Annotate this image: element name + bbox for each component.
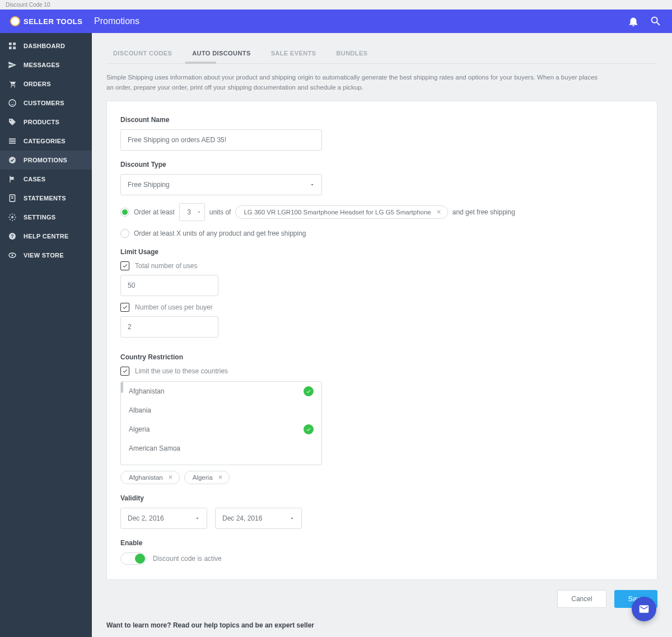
country-chip[interactable]: Afghanistan xyxy=(120,471,180,484)
discount-type-label: Discount Type xyxy=(120,161,643,168)
country-item[interactable]: American Samoa xyxy=(121,439,321,458)
svg-point-8 xyxy=(13,102,13,102)
search-icon[interactable] xyxy=(650,15,662,27)
country-limit-label: Limit the use to these countries xyxy=(135,367,228,375)
country-listbox[interactable]: AfghanistanAlbaniaAlgeriaAmerican SamoaA… xyxy=(120,381,322,465)
chevron-down-icon xyxy=(197,209,202,214)
country-item[interactable]: Afghanistan xyxy=(121,382,321,401)
product-chip[interactable]: LG 360 VR LGR100 Smartphone Headset for … xyxy=(235,205,447,219)
validity-to-select[interactable] xyxy=(215,508,302,529)
sidebar-item-label: STATEMENTS xyxy=(24,195,66,202)
sidebar-item-label: DASHBOARD xyxy=(24,43,65,49)
eye-icon xyxy=(8,251,17,260)
app-name: SELLER TOOLS xyxy=(24,17,82,26)
sidebar-item-label: CASES xyxy=(24,176,45,182)
validity-from-select[interactable] xyxy=(120,508,207,529)
sidebar-item-dashboard[interactable]: DASHBOARD xyxy=(0,36,92,55)
sidebar-item-messages[interactable]: MESSAGES xyxy=(0,55,92,74)
close-icon[interactable] xyxy=(167,474,174,480)
svg-point-7 xyxy=(11,102,11,102)
radio-dot-selected[interactable] xyxy=(120,208,129,217)
sidebar-item-categories[interactable]: CATEGORIES xyxy=(0,132,92,151)
discount-type-select[interactable] xyxy=(120,174,322,195)
country-limit-checkbox[interactable] xyxy=(120,367,129,376)
check-icon xyxy=(304,424,314,434)
logo[interactable]: SELLER TOOLS xyxy=(10,16,94,26)
sidebar-item-label: ORDERS xyxy=(24,81,51,87)
help-icon: ? xyxy=(8,232,17,241)
sidebar-item-products[interactable]: PRODUCTS xyxy=(0,113,92,132)
sidebar-item-statements[interactable]: STATEMENTS xyxy=(0,189,92,208)
sidebar-item-customers[interactable]: CUSTOMERS xyxy=(0,93,92,113)
svg-point-6 xyxy=(9,100,16,106)
help-fab[interactable] xyxy=(632,597,656,621)
sidebar-item-label: MESSAGES xyxy=(24,62,60,68)
sidebar-item-promotions[interactable]: PROMOTIONS xyxy=(0,151,92,170)
form-actions: Cancel Save xyxy=(106,590,657,608)
radio-dot[interactable] xyxy=(120,229,129,238)
sidebar-item-view-store[interactable]: VIEW STORE xyxy=(0,246,92,265)
total-uses-checkbox[interactable] xyxy=(120,261,129,270)
svg-rect-0 xyxy=(9,43,12,45)
country-item[interactable]: Albania xyxy=(121,401,321,420)
dashboard-icon xyxy=(8,41,17,50)
sidebar-item-label: VIEW STORE xyxy=(24,252,64,259)
sidebar-item-orders[interactable]: ORDERS xyxy=(0,74,92,93)
per-buyer-label: Number of uses per buyer xyxy=(135,303,213,311)
radio-specific-product[interactable]: Order at least units of LG 360 VR LGR100… xyxy=(120,203,643,221)
cancel-button[interactable]: Cancel xyxy=(557,590,606,608)
page-description: Simple Shipping uses information about y… xyxy=(106,73,605,93)
limit-usage-label: Limit Usage xyxy=(120,248,643,256)
sidebar-item-cases[interactable]: CASES xyxy=(0,170,92,189)
mail-icon xyxy=(638,603,650,615)
close-icon[interactable] xyxy=(436,209,442,215)
tabs: DISCOUNT CODESAUTO DISCOUNTSSALE EVENTSB… xyxy=(106,44,657,64)
main-content: DISCOUNT CODESAUTO DISCOUNTSSALE EVENTSB… xyxy=(92,33,672,637)
close-icon[interactable] xyxy=(217,474,223,480)
radio-any-product[interactable]: Order at least X units of any product an… xyxy=(120,229,643,238)
tab-bundles[interactable]: BUNDLES xyxy=(329,44,374,63)
tab-discount-codes[interactable]: DISCOUNT CODES xyxy=(106,44,179,63)
breadcrumb: Discount Code 10 xyxy=(0,0,672,10)
discount-name-input[interactable] xyxy=(120,129,322,151)
star-icon xyxy=(8,156,17,165)
bell-icon[interactable] xyxy=(627,15,640,27)
svg-point-5 xyxy=(14,86,15,87)
learn-more: Want to learn more? Read our help topics… xyxy=(106,621,657,637)
total-uses-label: Total number of uses xyxy=(135,262,197,270)
sidebar-item-label: PRODUCTS xyxy=(24,119,59,125)
send-icon xyxy=(8,60,17,69)
sidebar-item-help-centre[interactable]: ?HELP CENTRE xyxy=(0,227,92,246)
svg-rect-1 xyxy=(13,43,16,45)
per-buyer-checkbox[interactable] xyxy=(120,303,129,312)
validity-label: Validity xyxy=(120,494,643,502)
svg-rect-11 xyxy=(9,140,16,142)
tab-auto-discounts[interactable]: AUTO DISCOUNTS xyxy=(185,44,257,63)
country-item[interactable]: Algeria xyxy=(121,420,321,439)
doc-icon xyxy=(8,194,17,203)
tab-sale-events[interactable]: SALE EVENTS xyxy=(264,44,323,63)
enable-label: Enable xyxy=(120,539,643,547)
tag-icon xyxy=(8,118,17,127)
cart-icon xyxy=(8,79,17,88)
sidebar-item-label: PROMOTIONS xyxy=(24,157,67,163)
total-uses-input[interactable] xyxy=(120,275,218,296)
country-chip[interactable]: Algeria xyxy=(184,471,230,484)
form-card: Discount Name Discount Type Order at lea… xyxy=(106,101,657,580)
logo-icon xyxy=(10,16,20,26)
svg-text:?: ? xyxy=(11,233,14,239)
svg-point-13 xyxy=(9,157,16,163)
svg-rect-3 xyxy=(13,46,16,49)
svg-point-4 xyxy=(11,86,12,87)
svg-rect-12 xyxy=(9,143,16,144)
svg-rect-10 xyxy=(9,138,16,139)
sidebar-item-settings[interactable]: SETTINGS xyxy=(0,208,92,227)
face-icon xyxy=(8,99,17,107)
flag-icon xyxy=(8,175,17,184)
svg-point-9 xyxy=(10,120,11,121)
country-item[interactable]: Andorra xyxy=(121,458,321,465)
per-buyer-input[interactable] xyxy=(120,316,218,338)
enable-toggle[interactable] xyxy=(120,552,146,565)
topbar: SELLER TOOLS Promotions xyxy=(0,10,672,33)
sidebar-item-label: CUSTOMERS xyxy=(24,100,64,106)
